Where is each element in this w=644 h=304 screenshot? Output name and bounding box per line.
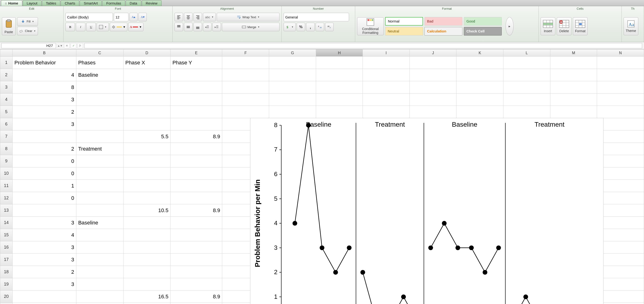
cell[interactable] bbox=[123, 229, 170, 241]
cell[interactable] bbox=[170, 266, 222, 278]
cell[interactable] bbox=[456, 69, 504, 81]
cell[interactable] bbox=[76, 81, 123, 94]
cell[interactable] bbox=[76, 180, 123, 192]
cell[interactable] bbox=[123, 254, 170, 266]
cell[interactable] bbox=[597, 57, 644, 69]
cell[interactable] bbox=[123, 69, 170, 81]
row-header[interactable]: 3 bbox=[0, 81, 12, 94]
col-header-J[interactable]: J bbox=[410, 49, 456, 57]
cell[interactable]: 8.9 bbox=[170, 204, 222, 217]
tab-home[interactable]: ⌂Home bbox=[1, 0, 22, 6]
cell[interactable] bbox=[456, 106, 504, 118]
borders-button[interactable]: ▼ bbox=[97, 23, 109, 31]
cell[interactable] bbox=[504, 69, 550, 81]
decrease-font-button[interactable]: A▾ bbox=[138, 13, 146, 21]
cell[interactable]: 2 bbox=[12, 266, 76, 278]
cell[interactable]: 3 bbox=[12, 241, 76, 254]
cell[interactable]: 5.5 bbox=[123, 131, 170, 143]
cell[interactable] bbox=[76, 291, 123, 303]
cell[interactable] bbox=[170, 143, 222, 155]
col-header-G[interactable]: G bbox=[269, 49, 316, 57]
worksheet[interactable]: BCDEFGHIJKLMN 1Problem BehaviorPhasesPha… bbox=[0, 49, 644, 304]
cell[interactable] bbox=[597, 266, 644, 278]
cell[interactable] bbox=[504, 57, 550, 69]
orientation-button[interactable]: abc▼ bbox=[203, 13, 216, 21]
cell[interactable] bbox=[550, 57, 597, 69]
cell[interactable] bbox=[170, 180, 222, 192]
cell[interactable]: 1 bbox=[12, 180, 76, 192]
col-header-corner[interactable] bbox=[0, 49, 12, 57]
cell[interactable] bbox=[597, 217, 644, 229]
style-normal[interactable]: Normal bbox=[385, 17, 423, 25]
cell[interactable] bbox=[170, 118, 222, 131]
row-header[interactable]: 11 bbox=[0, 180, 12, 192]
cell[interactable] bbox=[550, 106, 597, 118]
cell[interactable]: 8.9 bbox=[170, 131, 222, 143]
row-header[interactable]: 20 bbox=[0, 291, 12, 303]
cell[interactable] bbox=[597, 229, 644, 241]
tab-tables[interactable]: Tables bbox=[42, 0, 60, 6]
cell[interactable] bbox=[597, 291, 644, 303]
cell[interactable] bbox=[170, 241, 222, 254]
cell[interactable] bbox=[76, 241, 123, 254]
row-header[interactable]: 15 bbox=[0, 229, 12, 241]
themes-button[interactable]: Aa Theme bbox=[624, 17, 638, 35]
cell[interactable]: 3 bbox=[12, 254, 76, 266]
cell[interactable] bbox=[597, 167, 644, 180]
cell[interactable] bbox=[76, 131, 123, 143]
cell[interactable] bbox=[456, 57, 504, 69]
cell[interactable]: Phases bbox=[76, 57, 123, 69]
cell[interactable]: 0 bbox=[12, 167, 76, 180]
cell[interactable] bbox=[504, 81, 550, 94]
cell[interactable] bbox=[410, 106, 456, 118]
row-header[interactable]: 13 bbox=[0, 204, 12, 217]
cell[interactable]: 10.5 bbox=[123, 204, 170, 217]
cell[interactable] bbox=[170, 155, 222, 167]
fx-button[interactable]: fx bbox=[77, 43, 83, 48]
cell[interactable] bbox=[597, 192, 644, 204]
cell[interactable] bbox=[123, 143, 170, 155]
col-header-N[interactable]: N bbox=[597, 49, 644, 57]
tab-review[interactable]: Review bbox=[142, 0, 162, 6]
cell[interactable]: Phase Y bbox=[170, 57, 222, 69]
cell[interactable] bbox=[504, 106, 550, 118]
cell[interactable] bbox=[363, 94, 410, 106]
cell[interactable] bbox=[170, 94, 222, 106]
increase-decimal-button[interactable]: .0.00 bbox=[316, 23, 324, 31]
cell[interactable]: Problem Behavior bbox=[12, 57, 76, 69]
cell[interactable] bbox=[597, 254, 644, 266]
row-header[interactable]: 8 bbox=[0, 143, 12, 155]
cell[interactable] bbox=[456, 81, 504, 94]
cell[interactable]: 2 bbox=[12, 143, 76, 155]
cell[interactable] bbox=[597, 94, 644, 106]
cell[interactable] bbox=[410, 94, 456, 106]
cell[interactable] bbox=[123, 303, 170, 304]
cell[interactable] bbox=[123, 106, 170, 118]
cell[interactable] bbox=[123, 180, 170, 192]
col-header-D[interactable]: D bbox=[123, 49, 170, 57]
cell[interactable] bbox=[170, 254, 222, 266]
col-header-M[interactable]: M bbox=[550, 49, 597, 57]
row-header[interactable]: 1 bbox=[0, 57, 12, 69]
cell[interactable]: 3 bbox=[12, 217, 76, 229]
cell[interactable] bbox=[363, 69, 410, 81]
cell[interactable] bbox=[12, 204, 76, 217]
cell[interactable] bbox=[76, 106, 123, 118]
cell[interactable] bbox=[76, 266, 123, 278]
row-header[interactable]: 2 bbox=[0, 69, 12, 81]
cell[interactable] bbox=[597, 278, 644, 291]
cell[interactable] bbox=[222, 94, 269, 106]
row-header[interactable]: 14 bbox=[0, 217, 12, 229]
cell[interactable] bbox=[550, 94, 597, 106]
align-left-button[interactable] bbox=[174, 13, 183, 21]
cell[interactable] bbox=[597, 303, 644, 304]
cell[interactable]: 4 bbox=[12, 229, 76, 241]
name-box[interactable]: H27 bbox=[2, 43, 56, 48]
font-name-select[interactable] bbox=[66, 13, 113, 21]
cell[interactable] bbox=[170, 278, 222, 291]
cell[interactable] bbox=[316, 81, 363, 94]
formula-input[interactable] bbox=[84, 43, 642, 48]
cell[interactable] bbox=[170, 303, 222, 304]
col-header-I[interactable]: I bbox=[363, 49, 410, 57]
style-neutral[interactable]: Neutral bbox=[385, 27, 423, 35]
